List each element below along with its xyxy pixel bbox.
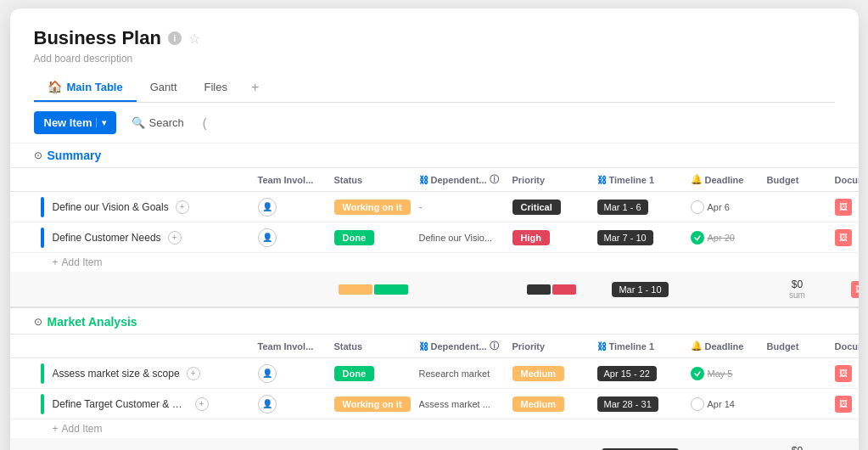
cell-deadline: Apr 14 <box>687 394 764 414</box>
cell-priority[interactable]: Critical <box>509 196 594 218</box>
table-row: Define our Vision & Goals + 👤 Working on… <box>10 192 859 222</box>
table-area: ⊙ Summary Team Invol... Status ⛓ Depende… <box>10 143 859 450</box>
row-name: Define Customer Needs <box>53 232 161 244</box>
cell-status[interactable]: Working on it <box>331 196 416 218</box>
col-headers-market: Team Invol... Status ⛓ Dependent... ⓘ Pr… <box>10 334 859 358</box>
header: Business Plan i ☆ Add board description … <box>10 8 859 103</box>
summary-cell-priority <box>509 275 594 303</box>
add-item-market[interactable]: + Add Item <box>10 419 859 438</box>
col-header-deadline: 🔔 Deadline <box>687 335 764 357</box>
doc-icon[interactable]: 🖼 <box>835 365 852 382</box>
summary-cell-timeline: Mar 28 - Apr 22 <box>594 442 687 450</box>
cell-timeline[interactable]: Mar 28 - 31 <box>594 393 687 415</box>
doc-icon[interactable]: 🖼 <box>835 229 852 246</box>
cell-docs[interactable]: 🖼 <box>832 195 859 219</box>
person-icon[interactable]: 👤 <box>258 228 277 247</box>
cell-timeline[interactable]: Mar 1 - 6 <box>594 196 687 218</box>
sum-label: sum <box>789 290 805 300</box>
add-row-icon[interactable]: + <box>176 200 189 214</box>
person-icon[interactable]: 👤 <box>258 198 277 217</box>
deadline-text: Apr 20 <box>708 233 735 243</box>
cell-docs[interactable]: 🖼 <box>832 226 859 250</box>
deadline-check-icon <box>691 231 704 245</box>
filter-icon[interactable]: ( <box>199 113 210 133</box>
add-row-icon[interactable]: + <box>168 231 182 245</box>
cell-priority[interactable]: Medium <box>509 363 594 385</box>
star-icon[interactable]: ☆ <box>188 31 200 47</box>
deadline-circle-icon <box>691 397 704 411</box>
doc-icon[interactable]: 🖼 <box>851 281 859 298</box>
table-row: Define Customer Needs + 👤 Done Define ou… <box>10 222 859 253</box>
cell-priority[interactable]: High <box>509 227 594 249</box>
tab-gantt[interactable]: Gantt <box>137 74 191 102</box>
collapse-icon-summary[interactable]: ⊙ <box>34 149 42 161</box>
add-row-icon[interactable]: + <box>187 367 200 380</box>
priority-badge[interactable]: Medium <box>512 366 565 381</box>
timeline-badge[interactable]: Mar 28 - 31 <box>597 397 658 412</box>
timeline-summary-badge: Mar 1 - 10 <box>612 282 668 297</box>
summary-cell-docs[interactable]: 🖼 🖼 <box>832 275 859 303</box>
priority-badge[interactable]: High <box>512 230 550 245</box>
col-header-team: Team Invol... <box>255 335 331 357</box>
add-row-icon[interactable]: + <box>195 397 209 411</box>
priority-badge[interactable]: Critical <box>512 200 561 215</box>
cell-status[interactable]: Done <box>331 227 416 249</box>
col-header-priority: Priority <box>509 335 594 357</box>
doc-icon[interactable]: 🖼 <box>835 199 852 216</box>
cell-timeline[interactable]: Mar 7 - 10 <box>594 227 687 249</box>
status-badge[interactable]: Done <box>334 366 375 381</box>
tab-add-button[interactable]: + <box>241 73 269 102</box>
col-header-timeline: ⛓ Timeline 1 <box>594 168 687 191</box>
stacked-bar-priority <box>527 284 576 295</box>
chevron-down-icon: ▾ <box>96 118 106 127</box>
title-row: Business Plan i ☆ <box>34 27 835 49</box>
collapse-icon-market[interactable]: ⊙ <box>34 316 42 328</box>
priority-badge[interactable]: Medium <box>512 397 565 412</box>
timeline-badge[interactable]: Mar 7 - 10 <box>597 230 653 245</box>
group-title-summary[interactable]: Summary <box>48 149 102 162</box>
toolbar: New Item ▾ 🔍 Search ( <box>10 103 859 143</box>
person-icon[interactable]: 👤 <box>258 395 277 413</box>
deadline-text: Apr 6 <box>708 202 730 212</box>
col-header-priority: Priority <box>509 168 594 191</box>
cell-deadline: Apr 20 <box>687 228 764 248</box>
status-badge[interactable]: Working on it <box>334 397 411 412</box>
cell-dep: - <box>416 198 509 217</box>
col-header-name <box>34 168 255 191</box>
status-badge[interactable]: Done <box>334 230 375 245</box>
cell-priority[interactable]: Medium <box>509 393 594 415</box>
summary-cell-status <box>331 275 416 303</box>
col-header-dep: ⛓ Dependent... ⓘ <box>416 168 509 191</box>
person-icon[interactable]: 👤 <box>258 364 277 383</box>
tab-main-table[interactable]: 🏠 Main Table <box>34 73 137 102</box>
cell-dep: Assess market ... <box>416 396 509 413</box>
cell-timeline[interactable]: Apr 15 - 22 <box>594 363 687 385</box>
add-item-summary[interactable]: + Add Item <box>10 253 859 272</box>
search-button[interactable]: 🔍 Search <box>125 112 191 133</box>
doc-icon[interactable]: 🖼 <box>835 396 852 413</box>
board-subtitle[interactable]: Add board description <box>34 53 835 65</box>
col-header-budget: Budget <box>764 168 832 191</box>
budget-sum: $0 <box>789 278 805 290</box>
info-icon[interactable]: i <box>168 31 182 45</box>
status-badge[interactable]: Working on it <box>334 200 411 215</box>
summary-row-summary: Mar 1 - 10 $0 sum 🖼 🖼 <box>10 272 859 308</box>
cell-status[interactable]: Working on it <box>331 393 416 415</box>
timeline-badge[interactable]: Apr 15 - 22 <box>597 366 657 381</box>
row-name: Define Target Customer & Need <box>53 398 188 410</box>
group-title-market[interactable]: Market Analysis <box>48 315 137 329</box>
timeline-badge[interactable]: Mar 1 - 6 <box>597 200 648 215</box>
summary-cell-docs[interactable]: 🖼 <box>832 442 859 450</box>
tab-files[interactable]: Files <box>191 74 241 102</box>
cell-team: 👤 <box>255 391 331 417</box>
group-market-analysis: ⊙ Market Analysis Team Invol... Status ⛓… <box>10 310 859 450</box>
col-header-deadline: 🔔 Deadline <box>687 168 764 191</box>
new-item-button[interactable]: New Item ▾ <box>34 111 116 134</box>
cell-docs[interactable]: 🖼 <box>832 362 859 385</box>
cell-docs[interactable]: 🖼 <box>832 392 859 416</box>
cell-name: Define Customer Needs + <box>34 224 255 251</box>
cell-status[interactable]: Done <box>331 363 416 385</box>
cell-dep: Define our Visio... <box>416 229 509 246</box>
row-name: Define our Vision & Goals <box>53 201 169 213</box>
col-header-team: Team Invol... <box>255 168 331 191</box>
